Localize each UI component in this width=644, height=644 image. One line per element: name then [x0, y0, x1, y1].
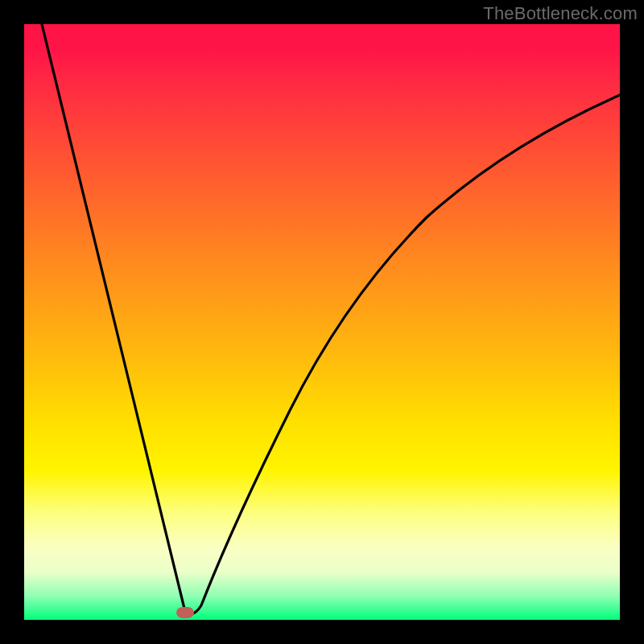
chart-stage: TheBottleneck.com [0, 0, 644, 644]
bottleneck-curve [24, 24, 620, 620]
minimum-marker [176, 607, 194, 618]
curve-path [42, 24, 620, 614]
plot-area [24, 24, 620, 620]
watermark-text: TheBottleneck.com [483, 3, 638, 24]
frame-bottom [24, 620, 620, 644]
